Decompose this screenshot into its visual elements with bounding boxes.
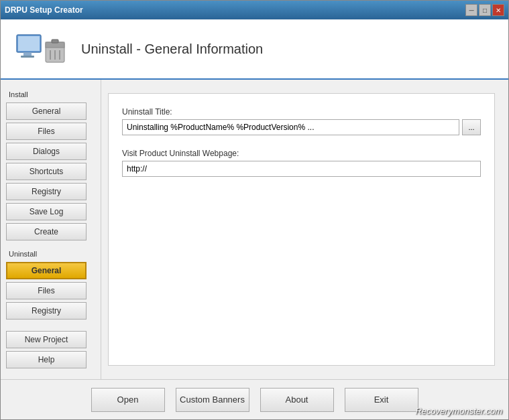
trash-icon — [42, 36, 68, 65]
minimize-button[interactable]: ─ — [465, 4, 477, 16]
svg-rect-2 — [23, 52, 32, 56]
sidebar-uninstall-files[interactable]: Files — [6, 282, 87, 299]
sidebar-uninstall-registry[interactable]: Registry — [6, 302, 87, 320]
sidebar-install-shortcuts[interactable]: Shortcuts — [6, 163, 87, 180]
uninstall-title-group: Uninstall Title: ... — [122, 107, 481, 135]
svg-rect-6 — [52, 40, 58, 43]
sidebar-install-dialogs[interactable]: Dialogs — [6, 143, 87, 160]
uninstall-section-label: Uninstall — [6, 250, 95, 258]
header-icons — [14, 33, 68, 65]
browse-button[interactable]: ... — [462, 119, 481, 135]
sidebar-install-general[interactable]: General — [6, 102, 87, 120]
sidebar-uninstall-general[interactable]: General — [6, 262, 87, 279]
footer: Open Custom Banners About Exit — [1, 379, 508, 419]
exit-button[interactable]: Exit — [345, 388, 418, 412]
uninstall-title-label: Uninstall Title: — [122, 107, 481, 117]
main-content: Install General Files Dialogs Shortcuts … — [1, 80, 508, 379]
webpage-input[interactable] — [122, 161, 481, 177]
uninstall-title-row: ... — [122, 119, 481, 135]
maximize-button[interactable]: □ — [479, 4, 491, 16]
svg-rect-3 — [21, 56, 34, 58]
webpage-label: Visit Product Uninstall Webpage: — [122, 149, 481, 158]
svg-rect-1 — [18, 36, 40, 51]
content-panel: Uninstall Title: ... Visit Product Unins… — [108, 93, 495, 366]
sidebar-install-files[interactable]: Files — [6, 123, 87, 140]
open-button[interactable]: Open — [91, 388, 165, 412]
app-header: Uninstall - General Information — [1, 19, 508, 80]
webpage-group: Visit Product Uninstall Webpage: — [122, 149, 481, 177]
install-section-label: Install — [6, 90, 95, 98]
sidebar: Install General Files Dialogs Shortcuts … — [1, 80, 101, 379]
uninstall-title-input[interactable] — [122, 119, 459, 135]
help-button[interactable]: Help — [6, 351, 87, 368]
window-title: DRPU Setup Creator — [5, 5, 83, 15]
close-button[interactable]: ✕ — [492, 4, 504, 16]
about-button[interactable]: About — [260, 388, 334, 412]
sidebar-install-registry[interactable]: Registry — [6, 183, 87, 200]
page-title: Uninstall - General Information — [81, 42, 263, 57]
custom-banners-button[interactable]: Custom Banners — [176, 388, 249, 412]
new-project-button[interactable]: New Project — [6, 331, 87, 348]
title-bar: DRPU Setup Creator ─ □ ✕ — [1, 1, 508, 19]
sidebar-install-savelog[interactable]: Save Log — [6, 203, 87, 220]
sidebar-install-create[interactable]: Create — [6, 223, 87, 240]
window-controls: ─ □ ✕ — [465, 4, 504, 16]
